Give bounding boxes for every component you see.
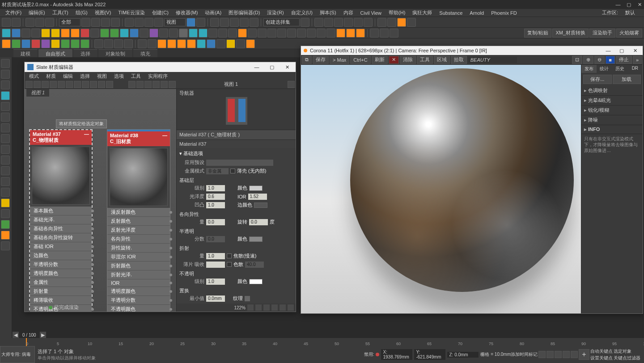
t3-1[interactable] [2, 39, 11, 48]
slate-menu-tools[interactable]: 工具 [127, 73, 144, 80]
iconbtn-37[interactable] [390, 29, 398, 38]
section-basic[interactable]: 基础选项 [179, 149, 293, 158]
menu-substance[interactable]: Substance [436, 10, 466, 16]
t3-7[interactable] [61, 39, 70, 48]
mat38-slot[interactable]: 菲涅尔 IOR [107, 253, 170, 262]
iconbtn-16[interactable] [149, 29, 158, 38]
tab-freeform[interactable]: 自由形式 [38, 49, 72, 58]
t3-fire2[interactable] [167, 39, 176, 48]
corona-side-save[interactable]: 保存... [583, 75, 612, 84]
slate-tb-assign[interactable] [50, 81, 57, 88]
coord-z[interactable]: Z: 0.0mm [447, 352, 479, 358]
mat37-slot[interactable]: 基本颜色 [30, 207, 92, 215]
iconbtn-30[interactable] [287, 29, 296, 38]
t3-fx6[interactable] [246, 39, 255, 48]
slate-tb-1[interactable] [25, 81, 33, 88]
refcoord-combo[interactable]: 视图 [164, 18, 186, 26]
corona-hdr-sharpen[interactable]: 锐化/模糊 [581, 106, 643, 115]
iconbtn-14[interactable] [130, 29, 139, 38]
iconbtn-fp[interactable] [336, 29, 345, 38]
t3-9[interactable] [80, 39, 89, 48]
slate-tb-10[interactable] [98, 81, 105, 88]
tab-selection[interactable]: 选择 [73, 49, 97, 58]
menu-tools[interactable]: 工具(T) [49, 9, 72, 16]
corona-refresh[interactable]: 刷新 [372, 56, 388, 64]
iconbtn-32[interactable] [307, 29, 316, 38]
select-object-button[interactable] [81, 18, 90, 27]
layer-button[interactable] [324, 18, 333, 27]
ribbon-button[interactable] [334, 18, 343, 27]
placement-button[interactable] [154, 18, 163, 27]
vbtn-17[interactable] [1, 231, 10, 240]
material-editor-button[interactable] [364, 18, 373, 27]
play-toggle[interactable] [555, 351, 562, 358]
tab-populate[interactable]: 填充 [133, 49, 157, 58]
slate-tb-17[interactable] [169, 81, 176, 88]
setkey-button[interactable]: 设置关键点 [590, 355, 613, 361]
iconbtn-20[interactable] [189, 29, 198, 38]
mat37-slot[interactable]: 基础光泽. [30, 215, 92, 224]
corona-hdr-denoise[interactable]: 降噪 [581, 115, 643, 125]
corona-minimize[interactable]: — [602, 46, 615, 55]
t3-4[interactable] [31, 39, 40, 48]
redo-button[interactable] [12, 18, 21, 27]
r-val[interactable]: 1.0 [206, 253, 225, 259]
iconbtn-33[interactable] [317, 29, 326, 38]
corona-tab-dr[interactable]: DR [627, 65, 643, 73]
min-val[interactable]: 0.0mm [206, 295, 225, 302]
iconbtn-29[interactable] [277, 29, 286, 38]
slate-menu-edit[interactable]: 编辑 [59, 73, 76, 80]
thin2-val[interactable] [206, 262, 225, 268]
iconbtn-25[interactable] [238, 29, 247, 38]
curve-editor-button[interactable] [344, 18, 353, 27]
render-button[interactable] [397, 18, 406, 27]
mat38-slot[interactable]: 折射光泽. [107, 270, 170, 279]
corona-hdr-info[interactable]: INFO [581, 125, 643, 134]
mat37-slot[interactable]: 边颜色 [30, 251, 92, 260]
slate-s3[interactable] [271, 304, 278, 311]
menu-create[interactable]: 创建(C) [148, 9, 172, 16]
mat37-slot[interactable]: 折射量 [30, 287, 92, 296]
vbtn-15[interactable] [1, 209, 10, 218]
corona-tab-history[interactable]: 历史 [612, 65, 627, 73]
vbtn-10[interactable] [1, 156, 10, 165]
corona-hdr-tonemap[interactable]: 色调映射 [581, 86, 643, 96]
iconbtn-3[interactable] [21, 29, 30, 38]
menu-timecloud[interactable]: TIME云渲染 [114, 9, 148, 16]
corona-tab-stats[interactable]: 统计 [597, 65, 612, 73]
iconbtn-36[interactable] [380, 29, 389, 38]
timeline-next[interactable]: ▶ [40, 332, 46, 338]
o-swatch[interactable] [249, 279, 263, 284]
align-button[interactable] [314, 18, 323, 27]
iconbtn-34[interactable] [326, 29, 335, 38]
mat38-collapse[interactable]: — [162, 133, 167, 138]
iconbtn-31[interactable] [297, 29, 306, 38]
t3-fx1[interactable] [197, 39, 206, 48]
menu-phoenixfd[interactable]: Phoenix FD [487, 10, 520, 16]
t3-fx5[interactable] [236, 39, 245, 48]
slate-menu-utilities[interactable]: 实用程序 [144, 73, 171, 80]
slate-tb-9[interactable] [90, 81, 97, 88]
next-frame2[interactable] [563, 351, 570, 358]
manip-button[interactable] [196, 18, 205, 27]
window-crossing-button[interactable] [111, 18, 120, 27]
metal-combo[interactable]: 非金属 [206, 168, 229, 174]
angle-snap-button[interactable] [230, 18, 239, 27]
iconbtn-26[interactable] [248, 29, 257, 38]
script-listener[interactable]: 大师专用: 病毒 [0, 346, 35, 363]
coord-y[interactable]: Y: -621.849mm [414, 349, 445, 360]
mat38-slot[interactable]: 反射光泽度 [107, 226, 170, 235]
vbtn-6[interactable] [1, 113, 10, 122]
slate-s4[interactable] [280, 304, 286, 311]
t3-6[interactable] [51, 39, 60, 48]
slate-titlebar[interactable]: Slate 材质编辑器 — ▢ ✕ [25, 62, 296, 72]
coord-x[interactable]: X: 1938.769mm [381, 349, 412, 360]
menu-civilview[interactable]: Civil View [357, 10, 385, 16]
vbtn-14[interactable] [1, 198, 10, 207]
mat37-slot[interactable]: 半透明分数 [30, 260, 92, 269]
corona-stop[interactable]: 停止 [616, 56, 632, 64]
slate-menu-view[interactable]: 视图 [93, 73, 110, 80]
t3-fx2[interactable] [207, 39, 216, 48]
corona-zoom1[interactable]: ⊕ [583, 56, 593, 64]
schematic-button[interactable] [354, 18, 363, 27]
